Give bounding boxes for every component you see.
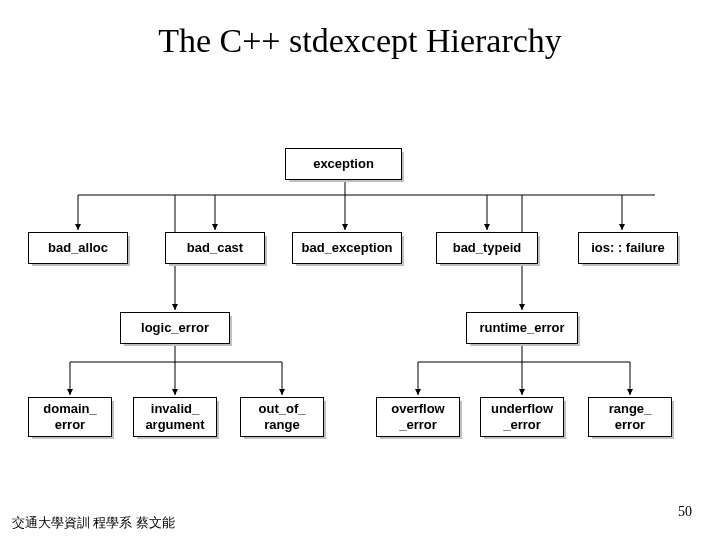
node-underflow-error: underflow _error xyxy=(480,397,564,437)
node-invalid-argument: invalid_ argument xyxy=(133,397,217,437)
node-bad-alloc: bad_alloc xyxy=(28,232,128,264)
node-overflow-error: overflow _error xyxy=(376,397,460,437)
node-bad-cast: bad_cast xyxy=(165,232,265,264)
node-bad-typeid: bad_typeid xyxy=(436,232,538,264)
node-bad-exception: bad_exception xyxy=(292,232,402,264)
page-number: 50 xyxy=(678,504,692,520)
node-ios-failure: ios: : failure xyxy=(578,232,678,264)
node-domain-error: domain_ error xyxy=(28,397,112,437)
node-out-of-range: out_of_ range xyxy=(240,397,324,437)
node-exception: exception xyxy=(285,148,402,180)
node-logic-error: logic_error xyxy=(120,312,230,344)
footer-text: 交通大學資訓 程學系 蔡文能 xyxy=(12,514,175,532)
node-range-error: range_ error xyxy=(588,397,672,437)
node-runtime-error: runtime_error xyxy=(466,312,578,344)
hierarchy-connectors xyxy=(0,0,720,540)
